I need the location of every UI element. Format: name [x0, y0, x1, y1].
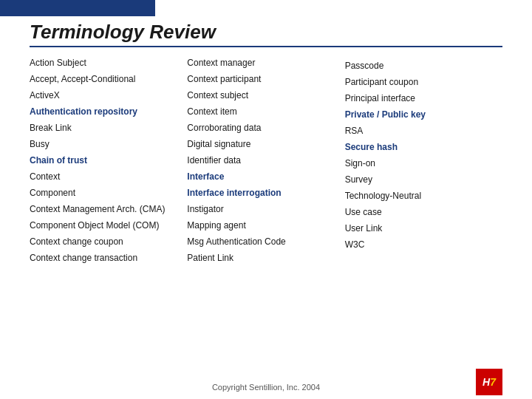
hl7-badge: H7 [476, 369, 502, 395]
term-item: Msg Authentication Code [187, 234, 344, 249]
term-item: Component Object Model (COM) [30, 218, 187, 233]
term-item: Context change transaction [30, 250, 187, 265]
term-item: Interface interrogation [187, 185, 344, 200]
term-item: Passcode [345, 58, 502, 73]
term-item: Participant coupon [345, 75, 502, 89]
term-item: Action Subject [30, 55, 187, 70]
term-item: ActiveX [30, 88, 187, 103]
term-item: W3C [345, 237, 502, 252]
term-item: User Link [345, 221, 502, 236]
term-item: Context [30, 169, 187, 184]
term-item: Patient Link [187, 250, 344, 265]
content-area: Action SubjectAccept, Accept-Conditional… [30, 55, 502, 369]
term-item: Component [30, 185, 187, 200]
term-item: RSA [345, 123, 502, 138]
page-title: Terminology Review [30, 21, 216, 44]
term-item: Authentication repository [30, 104, 187, 119]
term-item: Principal interface [345, 91, 502, 106]
hl7-label: H7 [482, 376, 496, 388]
term-item: Use case [345, 205, 502, 219]
term-item: Context manager [187, 55, 344, 70]
term-item: Identifier data [187, 153, 344, 168]
term-item: Mapping agent [187, 218, 344, 233]
term-column-col2: Context managerContext participantContex… [187, 55, 344, 369]
term-item: Digital signature [187, 137, 344, 151]
term-item: Secure hash [345, 140, 502, 154]
footer: Copyright Sentillion, Inc. 2004 [0, 383, 532, 392]
term-item: Context item [187, 104, 344, 119]
term-item: Corroborating data [187, 120, 344, 135]
term-item: Context Management Arch. (CMA) [30, 202, 187, 216]
term-item: Private / Public key [345, 107, 502, 122]
title-underline [30, 46, 502, 47]
term-item: Interface [187, 169, 344, 184]
term-column-col1: Action SubjectAccept, Accept-Conditional… [30, 55, 187, 369]
term-item: Instigator [187, 202, 344, 216]
term-column-col3: PasscodeParticipant couponPrincipal inte… [345, 55, 502, 369]
term-item: Accept, Accept-Conditional [30, 72, 187, 86]
term-item: Sign-on [345, 156, 502, 171]
term-item: Context participant [187, 72, 344, 86]
term-item: Context subject [187, 88, 344, 103]
columns: Action SubjectAccept, Accept-Conditional… [30, 55, 502, 369]
term-item: Context change coupon [30, 234, 187, 249]
term-item: Technology-Neutral [345, 188, 502, 203]
top-bar [0, 0, 155, 16]
term-item: Chain of trust [30, 153, 187, 168]
term-item: Survey [345, 172, 502, 187]
term-item: Break Link [30, 120, 187, 135]
term-item: Busy [30, 137, 187, 151]
term-item [345, 55, 502, 57]
